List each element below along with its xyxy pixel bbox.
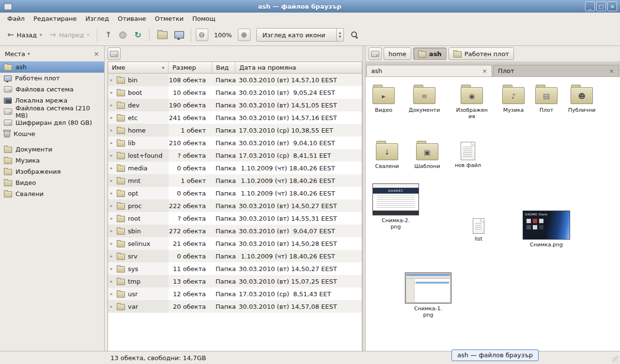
forward-button[interactable]: → Напред ▾ <box>46 29 93 42</box>
menu-file[interactable]: Файл <box>3 14 29 24</box>
expander-icon[interactable]: ▸ <box>110 103 117 107</box>
computer-button[interactable] <box>172 29 186 41</box>
column-header-size[interactable]: Размер <box>169 62 212 73</box>
breadcrumb-desktop-button[interactable]: Работен плот <box>449 47 514 60</box>
up-button[interactable]: ↑ <box>102 29 115 41</box>
icon-item-snimka1[interactable]: Снимка-1. png <box>402 273 455 318</box>
maximize-button[interactable]: □ <box>596 1 606 11</box>
icon-item-music[interactable]: ♪ Музика <box>496 85 531 113</box>
minimize-button[interactable]: _ <box>585 1 595 11</box>
back-dropdown-icon[interactable]: ▾ <box>40 32 42 37</box>
table-row[interactable]: ▸home1 обектПапка17.03.2010 (ср) 10,38,5… <box>108 124 362 136</box>
table-row[interactable]: ▸srv0 обектаПапка 1.10.2009 (чт) 18,40,2… <box>108 250 362 262</box>
icon-item-public[interactable]: ☻ Публични <box>564 85 599 113</box>
icon-item-templates[interactable]: ▣ Шаблони <box>410 141 445 169</box>
expander-icon[interactable]: ▸ <box>110 254 117 258</box>
tab-close-icon[interactable]: × <box>609 67 614 75</box>
reload-button[interactable]: ↻ <box>131 29 144 41</box>
expander-icon[interactable]: ▸ <box>110 128 117 133</box>
table-row[interactable]: ▸dev190 обектаПапка30.03.2010 (вт) 14,51… <box>108 99 362 111</box>
table-row[interactable]: ▸sbin272 обектаПапка30.03.2010 (вт) 9,04… <box>108 225 362 237</box>
breadcrumb-ash-button[interactable]: ash <box>413 47 447 60</box>
table-row[interactable]: ▸bin108 обектаПапка30.03.2010 (вт) 14,57… <box>108 74 362 86</box>
sidebar-item-desktop[interactable]: Работен плот <box>0 73 104 84</box>
sidebar-item-pictures[interactable]: Изображения <box>0 166 104 177</box>
table-row[interactable]: ▸sys11 обектаПапка30.03.2010 (вт) 14,50,… <box>108 262 362 275</box>
sidebar-item-downloads[interactable]: Свалени <box>0 188 104 199</box>
expander-icon[interactable]: ▸ <box>110 191 117 196</box>
icon-view[interactable]: ▸ Видео ≡ Документи ◉ Изображен ия ♪ Муз… <box>366 77 620 351</box>
tab-ash[interactable]: ash × <box>366 65 492 76</box>
pane-splitter[interactable] <box>362 46 366 351</box>
table-row[interactable]: ▸lib210 обектаПапка30.03.2010 (вт) 9,04,… <box>108 136 362 149</box>
expander-icon[interactable]: ▸ <box>110 153 117 158</box>
table-row[interactable]: ▸root? обектаПапка30.03.2010 (вт) 14,55,… <box>108 212 362 225</box>
sidebar-item-music[interactable]: Музика <box>0 155 104 166</box>
table-row[interactable]: ▸etc241 обектаПапка30.03.2010 (вт) 14,57… <box>108 111 362 124</box>
expander-icon[interactable]: ▸ <box>110 279 117 284</box>
expander-icon[interactable]: ▸ <box>110 140 117 145</box>
close-button[interactable]: × <box>607 1 617 11</box>
sidebar-close-icon[interactable]: × <box>93 50 99 58</box>
expander-icon[interactable]: ▸ <box>110 115 117 120</box>
menu-help[interactable]: Помощ <box>188 14 220 24</box>
table-row[interactable]: ▸boot10 обектаПапка30.03.2010 (вт) 9,05,… <box>108 86 362 99</box>
table-row[interactable]: ▸opt0 обектаПапка 1.10.2009 (чт) 18,40,2… <box>108 187 362 199</box>
breadcrumb-home-button[interactable]: home <box>384 47 411 60</box>
expander-icon[interactable]: ▸ <box>110 77 117 82</box>
table-row[interactable]: ▸tmp13 обектаПапка30.03.2010 (вт) 15,07,… <box>108 275 362 288</box>
sidebar-item-filesystem[interactable]: Файлова система <box>0 84 104 95</box>
icon-item-videos[interactable]: ▸ Видео <box>366 85 401 113</box>
expander-icon[interactable]: ▸ <box>110 203 117 208</box>
menu-bookmarks[interactable]: Отметки <box>150 14 187 24</box>
menu-go[interactable]: Отиване <box>113 14 150 24</box>
zoom-out-button[interactable]: ⊖ <box>196 29 208 41</box>
sidebar-item-encrypted-volume[interactable]: Шифриран дял (80 GB) <box>0 117 104 128</box>
resize-grip[interactable] <box>612 356 619 363</box>
expander-icon[interactable]: ▸ <box>110 228 117 233</box>
zoom-in-button[interactable]: ⊕ <box>238 29 250 41</box>
icon-item-list[interactable]: list <box>461 218 496 242</box>
expander-icon[interactable]: ▸ <box>110 266 117 271</box>
menu-edit[interactable]: Редактиране <box>29 14 81 24</box>
icon-item-new-file[interactable]: нов файл <box>450 142 485 168</box>
table-row[interactable]: ▸var20 обектаПапка30.03.2010 (вт) 14,57,… <box>108 300 362 313</box>
icon-item-snimka[interactable]: GNOME Store Снимка.png <box>520 211 573 248</box>
icon-item-documents[interactable]: ≡ Документи <box>407 85 442 113</box>
sidebar-item-ash[interactable]: ash <box>0 61 104 73</box>
tab-close-icon[interactable]: × <box>482 67 487 75</box>
home-button[interactable] <box>154 29 171 41</box>
expander-icon[interactable]: ▸ <box>110 90 117 95</box>
expander-icon[interactable]: ▸ <box>110 178 117 183</box>
taskbar-window-label[interactable]: ash — файлов браузър <box>451 349 539 361</box>
expander-icon[interactable]: ▸ <box>110 216 117 221</box>
forward-dropdown-icon[interactable]: ▾ <box>87 32 89 37</box>
table-row[interactable]: ▸media0 обектаПапка 1.10.2009 (чт) 18,40… <box>108 162 362 174</box>
breadcrumb-root-button[interactable] <box>369 47 382 60</box>
titlebar[interactable]: ash — файлов браузър _ □ × <box>0 0 620 13</box>
expander-icon[interactable]: ▸ <box>110 166 117 170</box>
icon-item-pictures[interactable]: ◉ Изображен ия <box>454 85 489 120</box>
stop-button[interactable] <box>116 29 130 42</box>
sidebar-item-videos[interactable]: Видео <box>0 177 104 188</box>
icon-item-snimka2[interactable]: GUADEC Снимка-2. png <box>369 183 422 230</box>
sidebar-dropdown-icon[interactable]: ▾ <box>28 51 30 56</box>
back-button[interactable]: ← Назад ▾ <box>4 29 46 42</box>
sidebar-item-documents[interactable]: Документи <box>0 144 104 155</box>
search-button[interactable] <box>351 31 358 39</box>
menu-view[interactable]: Изглед <box>81 14 113 24</box>
root-location-button[interactable] <box>108 47 121 60</box>
expander-icon[interactable]: ▸ <box>110 291 117 296</box>
column-header-kind[interactable]: Вид <box>212 62 235 73</box>
sidebar-title[interactable]: Места <box>5 50 25 58</box>
view-mode-select[interactable]: Изглед като икони ▴ ▾ <box>256 28 344 42</box>
table-row[interactable]: ▸usr12 обектаПапка17.03.2010 (ср) 8,51,4… <box>108 288 362 300</box>
table-row[interactable]: ▸selinux21 обектаПапка30.03.2010 (вт) 14… <box>108 237 362 250</box>
expander-icon[interactable]: ▸ <box>110 304 117 309</box>
icon-item-downloads[interactable]: ↓ Свалени <box>370 141 404 169</box>
sidebar-item-filesystem-210mb[interactable]: Файлова система (210 MB) <box>0 106 104 117</box>
view-mode-spinner[interactable]: ▴ ▾ <box>336 29 343 41</box>
column-header-date[interactable]: Дата на промяна <box>235 62 362 73</box>
table-row[interactable]: ▸proc222 обектаПапка30.03.2010 (вт) 14,5… <box>108 199 362 212</box>
icon-item-desktop[interactable]: ▤ Плот <box>529 85 564 113</box>
